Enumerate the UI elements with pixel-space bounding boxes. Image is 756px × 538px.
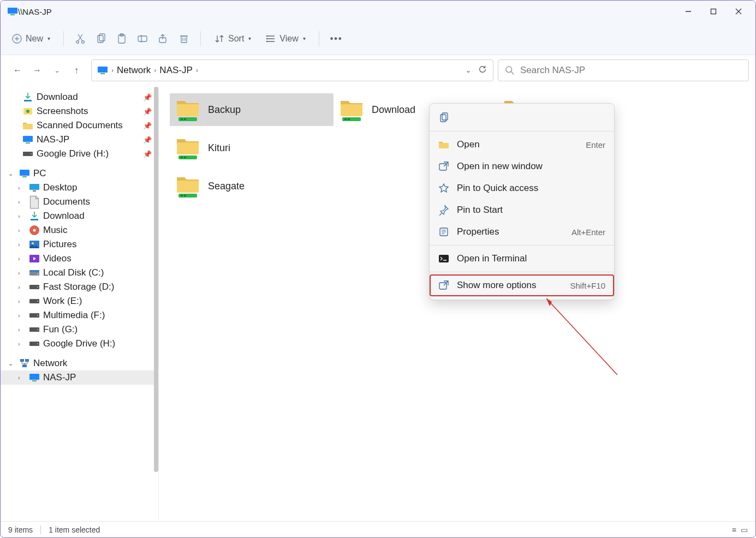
sidebar-pc-item[interactable]: ›Videos — [1, 252, 158, 266]
folder-item[interactable]: Seagate — [170, 170, 334, 202]
svg-point-62 — [37, 343, 38, 344]
scrollbar[interactable] — [154, 87, 158, 472]
folder-item[interactable]: Kituri — [170, 131, 334, 164]
svg-rect-12 — [99, 34, 105, 41]
ctx-open-new-window[interactable]: Open in new window — [430, 156, 614, 177]
desktop-icon — [29, 183, 40, 193]
sort-label: Sort — [228, 34, 244, 44]
ctx-terminal[interactable]: Open in Terminal — [430, 248, 614, 270]
svg-rect-0 — [8, 8, 17, 14]
search-box[interactable] — [498, 59, 749, 81]
separator — [63, 31, 64, 46]
up-button[interactable]: ↑ — [69, 63, 84, 77]
sort-button[interactable]: Sort ▾ — [209, 30, 257, 47]
separator — [430, 272, 614, 272]
close-button[interactable] — [726, 1, 751, 22]
drive-icon — [29, 339, 40, 349]
expand-icon[interactable]: › — [18, 312, 26, 319]
sidebar: Download📌Screenshots📌Scanned Documents📌N… — [1, 86, 159, 521]
navigation-row: ← → ⌄ ↑ › Network › NAS-JP › ⌄ — [1, 55, 755, 86]
ctx-properties[interactable]: Properties Alt+Enter — [430, 221, 614, 243]
ctx-pin-start[interactable]: Pin to Start — [430, 199, 614, 221]
expand-icon[interactable]: › — [18, 340, 26, 347]
share-button[interactable] — [154, 30, 172, 47]
sidebar-quick-item[interactable]: Google Drive (H:)📌 — [1, 147, 158, 161]
ctx-open[interactable]: Open Enter — [430, 134, 614, 156]
sidebar-quick-item[interactable]: NAS-JP📌 — [1, 133, 158, 147]
view-button[interactable]: View ▾ — [260, 30, 311, 47]
svg-rect-68 — [177, 104, 199, 116]
svg-point-26 — [266, 38, 267, 39]
sidebar-network[interactable]: ⌄ Network — [1, 356, 158, 370]
folder-name: Kituri — [208, 142, 230, 154]
sidebar-quick-item[interactable]: Screenshots📌 — [1, 104, 158, 118]
thumb-view-button[interactable]: ▭ — [741, 525, 748, 534]
address-bar[interactable]: › Network › NAS-JP › ⌄ — [91, 59, 493, 81]
breadcrumb-leaf[interactable]: NAS-JP — [159, 65, 192, 76]
disk-icon — [29, 268, 40, 278]
expand-icon[interactable]: › — [18, 298, 26, 304]
sidebar-nas-jp[interactable]: › NAS-JP — [1, 370, 158, 385]
expand-icon[interactable]: › — [18, 241, 26, 248]
delete-button[interactable] — [175, 30, 193, 47]
sidebar-pc-item[interactable]: ›Fast Storage (D:) — [1, 280, 158, 294]
sidebar-quick-item[interactable]: Scanned Documents📌 — [1, 118, 158, 133]
cut-button[interactable] — [72, 30, 89, 47]
details-view-button[interactable]: ≡ — [732, 525, 736, 534]
chevron-down-icon[interactable]: ⌄ — [466, 67, 471, 74]
refresh-button[interactable] — [478, 64, 487, 77]
rename-button[interactable] — [134, 30, 151, 47]
back-button[interactable]: ← — [10, 63, 25, 77]
collapse-icon[interactable]: ⌄ — [8, 360, 16, 367]
sidebar-pc-item[interactable]: ›Fun (G:) — [1, 322, 158, 337]
copy-button[interactable] — [92, 30, 110, 47]
sidebar-quick-item[interactable]: Download📌 — [1, 90, 158, 104]
separator — [319, 31, 319, 46]
minimize-button[interactable] — [676, 1, 701, 22]
ctx-copy[interactable] — [430, 107, 614, 129]
sidebar-pc-item[interactable]: ›Work (E:) — [1, 294, 158, 308]
sidebar-pc-item[interactable]: ›Pictures — [1, 237, 158, 252]
sidebar-pc-item[interactable]: ›Local Disk (C:) — [1, 266, 158, 280]
drive-icon — [29, 296, 40, 306]
context-menu: Open Enter Open in new window Pin to Qui… — [429, 103, 615, 300]
expand-icon[interactable]: › — [18, 255, 26, 262]
sidebar-pc-item[interactable]: ›Documents — [1, 195, 158, 209]
sidebar-pc-item[interactable]: ›Google Drive (H:) — [1, 337, 158, 351]
expand-icon[interactable]: › — [18, 184, 26, 191]
sidebar-pc[interactable]: ⌄ PC — [1, 166, 158, 181]
recent-dropdown[interactable]: ⌄ — [50, 63, 64, 77]
more-button[interactable]: ••• — [327, 31, 346, 47]
svg-rect-44 — [31, 219, 38, 220]
sidebar-pc-item[interactable]: ›Multimedia (F:) — [1, 308, 158, 322]
expand-icon[interactable]: › — [18, 284, 26, 290]
folder-icon — [438, 139, 449, 150]
collapse-icon[interactable]: ⌄ — [8, 170, 16, 177]
expand-icon[interactable]: › — [18, 227, 26, 234]
sidebar-pc-item[interactable]: ›Music — [1, 223, 158, 237]
sidebar-pc-item[interactable]: ›Desktop — [1, 181, 158, 195]
forward-button[interactable]: → — [30, 63, 44, 77]
paste-button[interactable] — [113, 30, 130, 47]
breadcrumb-network[interactable]: Network — [117, 65, 151, 76]
documents-icon — [29, 197, 40, 207]
svg-line-31 — [511, 72, 514, 75]
folder-name: Download — [372, 104, 415, 116]
maximize-button[interactable] — [701, 1, 726, 22]
sidebar-pc-item[interactable]: ›Download — [1, 209, 158, 223]
expand-icon[interactable]: › — [18, 199, 26, 205]
folder-pane[interactable]: BackupDownloadElementsKituriPublicSeagat… — [159, 86, 755, 521]
ctx-label: Show more options — [457, 280, 537, 291]
ctx-pin-quick[interactable]: Pin to Quick access — [430, 177, 614, 199]
search-input[interactable] — [520, 65, 742, 76]
folder-item[interactable]: Backup — [170, 93, 334, 126]
expand-icon[interactable]: › — [18, 213, 26, 219]
svg-rect-66 — [29, 374, 39, 380]
expand-icon[interactable]: › — [18, 374, 26, 381]
ctx-show-more[interactable]: Show more options Shift+F10 — [430, 274, 614, 296]
new-button[interactable]: New ▾ — [6, 30, 56, 47]
view-label: View — [279, 34, 298, 44]
expand-icon[interactable]: › — [18, 270, 26, 276]
expand-icon[interactable]: › — [18, 326, 26, 333]
ctx-label: Open in Terminal — [457, 253, 527, 264]
